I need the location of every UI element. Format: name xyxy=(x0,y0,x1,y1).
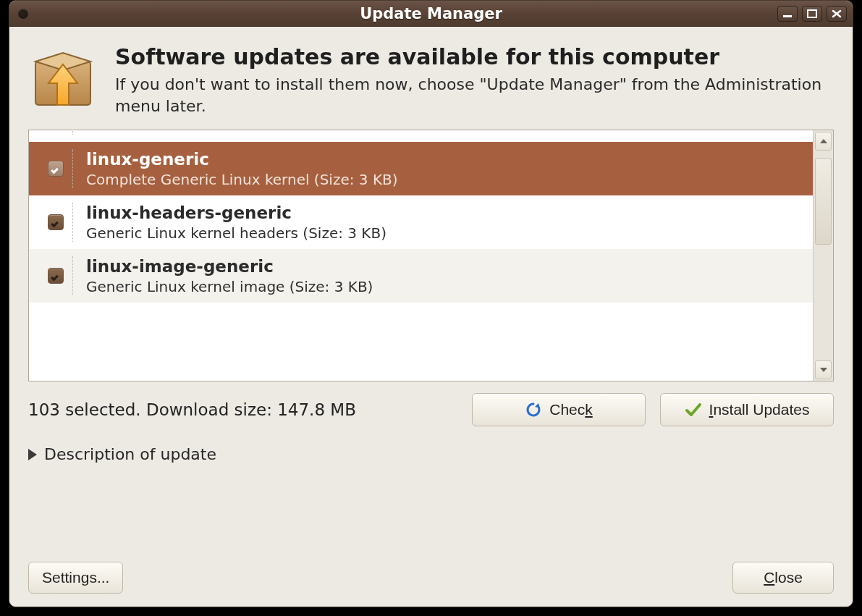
maximize-button[interactable] xyxy=(802,6,822,22)
close-button[interactable]: Close xyxy=(732,562,834,594)
update-list-viewport[interactable]: Samba winbind client library (Size: 101 … xyxy=(29,130,813,381)
row-divider xyxy=(72,130,73,135)
header-text: Software updates are available for this … xyxy=(115,44,834,117)
update-text-col: linux-headers-genericGeneric Linux kerne… xyxy=(86,203,806,242)
header-subtext: If you don't want to install them now, c… xyxy=(115,74,834,117)
vertical-scrollbar[interactable] xyxy=(813,130,833,381)
header-heading: Software updates are available for this … xyxy=(115,44,834,69)
package-description: Complete Generic Linux kernel (Size: 3 K… xyxy=(86,171,806,188)
scrollbar-track[interactable] xyxy=(815,152,832,359)
update-text-col: linux-genericComplete Generic Linux kern… xyxy=(86,149,806,188)
titlebar[interactable]: Update Manager xyxy=(9,1,853,27)
refresh-icon xyxy=(525,401,542,418)
update-checkbox[interactable] xyxy=(48,268,64,284)
install-button-label: Install Updates xyxy=(709,401,810,418)
scroll-down-button[interactable] xyxy=(815,360,832,379)
scroll-up-button[interactable] xyxy=(815,132,832,151)
footer: Settings... Close xyxy=(28,562,834,594)
install-updates-button[interactable]: Install Updates xyxy=(660,393,834,426)
update-row[interactable]: linux-headers-genericGeneric Linux kerne… xyxy=(29,195,813,249)
check-button-mnemonic: k xyxy=(585,401,593,418)
window-body: Software updates are available for this … xyxy=(9,27,853,607)
svg-rect-1 xyxy=(808,10,816,17)
status-text: 103 selected. Download size: 147.8 MB xyxy=(28,400,457,419)
header: Software updates are available for this … xyxy=(28,44,834,117)
description-expander[interactable]: Description of update xyxy=(28,445,834,463)
minimize-button[interactable] xyxy=(777,6,798,22)
scrollbar-thumb[interactable] xyxy=(815,158,832,245)
package-description: Generic Linux kernel image (Size: 3 KB) xyxy=(86,278,806,295)
update-checkbox-col xyxy=(39,214,72,230)
settings-button[interactable]: Settings... xyxy=(28,562,123,594)
package-name: linux-headers-generic xyxy=(86,203,806,224)
package-name: linux-generic xyxy=(86,149,806,171)
update-checkbox[interactable] xyxy=(48,161,64,177)
action-row: 103 selected. Download size: 147.8 MB Ch… xyxy=(28,393,834,426)
install-button-mnemonic: I xyxy=(709,401,714,418)
expander-label: Description of update xyxy=(44,445,216,463)
settings-button-label: Settings... xyxy=(42,569,109,586)
package-name: linux-image-generic xyxy=(86,256,806,278)
close-button-label: Close xyxy=(764,569,803,586)
apply-icon xyxy=(685,401,702,418)
package-update-icon xyxy=(28,44,98,114)
window-menu-dot[interactable] xyxy=(18,9,28,19)
row-divider xyxy=(72,256,73,295)
update-text-col: linux-image-genericGeneric Linux kernel … xyxy=(86,256,806,295)
row-divider xyxy=(72,149,73,188)
window-controls xyxy=(777,6,853,22)
package-description: Generic Linux kernel headers (Size: 3 KB… xyxy=(86,224,806,242)
close-window-button[interactable] xyxy=(827,6,847,22)
check-button[interactable]: Check xyxy=(472,393,646,426)
row-divider xyxy=(72,203,73,242)
update-checkbox-col xyxy=(39,161,72,177)
window-title: Update Manager xyxy=(9,5,853,22)
update-row[interactable]: Samba winbind client library (Size: 101 … xyxy=(29,130,813,142)
update-manager-window: Update Manager xyxy=(9,0,853,607)
check-button-label: Check xyxy=(549,401,593,418)
svg-rect-0 xyxy=(783,15,792,17)
update-checkbox[interactable] xyxy=(48,214,64,230)
update-list: Samba winbind client library (Size: 101 … xyxy=(28,130,834,381)
update-checkbox-col xyxy=(39,268,72,284)
expander-triangle-icon xyxy=(28,449,37,460)
update-row[interactable]: linux-genericComplete Generic Linux kern… xyxy=(29,142,813,195)
close-button-mnemonic: C xyxy=(764,569,774,586)
update-row[interactable]: linux-image-genericGeneric Linux kernel … xyxy=(29,249,813,303)
